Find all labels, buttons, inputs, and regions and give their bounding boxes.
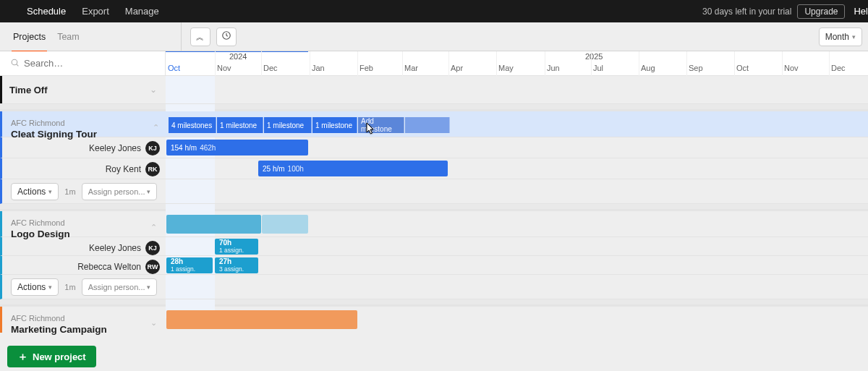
nav-schedule[interactable]: Schedule [19, 0, 74, 22]
nav-manage[interactable]: Manage [117, 0, 167, 22]
month-may-7[interactable]: May [498, 64, 514, 72]
milestone-add[interactable]: Add milestone [358, 117, 404, 133]
cleat-kj-name: Keeley Jones [89, 143, 141, 153]
nav-export[interactable]: Export [74, 0, 117, 22]
cleat-rk-name: Roy Kent [106, 164, 141, 174]
timeoff-caret-icon[interactable]: ⌄ [150, 85, 157, 95]
project-mkt-org: AFC Richmond [11, 314, 107, 323]
cleat-kj-avatar[interactable]: KJ [145, 141, 160, 155]
sub-bar: Projects Team ︽ Month [0, 22, 868, 51]
cleat-assign-select[interactable]: Assign person... [82, 183, 157, 200]
month-jun-8[interactable]: Jun [547, 64, 560, 72]
logo-mo: 1m [64, 283, 75, 291]
cleat-actions-button[interactable]: Actions [11, 183, 59, 200]
clock-icon [221, 30, 231, 43]
project-mkt-caret-icon[interactable]: ⌄ [150, 318, 157, 328]
help-link[interactable]: Hel [854, 6, 868, 17]
month-aug-10[interactable]: Aug [641, 64, 655, 72]
project-cleat-org: AFC Richmond [11, 119, 97, 127]
clock-button[interactable] [216, 27, 237, 46]
zoom-label: Month [825, 32, 849, 42]
logo-kj-bar[interactable]: 70h1 assign. [215, 239, 258, 255]
tab-projects[interactable]: Projects [7, 22, 51, 51]
month-jan-3[interactable]: Jan [312, 64, 325, 72]
month-mar-5[interactable]: Mar [404, 64, 418, 72]
project-marketing: AFC Richmond Marketing Campaign ⌄ [0, 304, 868, 333]
logo-rw-avatar[interactable]: RW [145, 260, 160, 274]
milestone-mar[interactable] [405, 117, 450, 133]
logo-assign-select[interactable]: Assign person... [82, 278, 157, 296]
search-row [0, 51, 165, 76]
chevron-down-icon [48, 283, 52, 291]
project-logo-caret-icon[interactable]: ⌃ [150, 223, 157, 232]
year-2024: 2024 [229, 52, 247, 61]
logo-header-bar-2[interactable] [262, 215, 308, 234]
cleat-kj-bar[interactable]: 154 h/m462h [166, 140, 308, 155]
logo-actions-button[interactable]: Actions [11, 278, 59, 296]
month-sep-11[interactable]: Sep [689, 64, 703, 72]
tab-team[interactable]: Team [51, 22, 85, 51]
top-bar: Schedule Export Manage 30 days left in y… [0, 0, 868, 22]
month-oct-12[interactable]: Oct [736, 64, 749, 72]
logo-kj-avatar[interactable]: KJ [145, 241, 160, 255]
cleat-rk-avatar[interactable]: RK [145, 162, 160, 176]
cleat-rk-bar[interactable]: 25 h/m100h [258, 161, 448, 176]
new-project-button[interactable]: ＋ New project [7, 346, 96, 367]
month-nov-13[interactable]: Nov [784, 64, 799, 72]
logo-rw-name: Rebecca Welton [77, 262, 141, 272]
month-oct-0[interactable]: Oct [168, 64, 180, 72]
timeline-header: 2024 2025 OctNovDecJanFebMarAprMayJunJul… [166, 51, 868, 76]
milestone-jan[interactable]: 1 milestone [312, 117, 357, 133]
month-apr-6[interactable]: Apr [451, 64, 463, 72]
month-jul-9[interactable]: Jul [593, 64, 603, 72]
chevrons-up-icon: ︽ [196, 34, 204, 40]
project-logo-org: AFC Richmond [11, 218, 70, 227]
upgrade-button[interactable]: Upgrade [797, 4, 845, 19]
project-mkt-name[interactable]: Marketing Campaign [11, 324, 107, 335]
timeoff-title: Time Off [9, 85, 48, 95]
search-icon [10, 58, 20, 69]
logo-kj-name: Keeley Jones [89, 243, 141, 253]
milestone-oct[interactable]: 4 milestones [169, 117, 216, 133]
mkt-header-bar[interactable] [166, 310, 357, 329]
logo-rw-bar-1[interactable]: 28h1 assign. [166, 257, 213, 273]
month-dec-2[interactable]: Dec [263, 64, 278, 72]
cleat-mo: 1m [64, 187, 75, 196]
month-nov-1[interactable]: Nov [217, 64, 231, 72]
chevron-down-icon [147, 283, 150, 291]
project-cleat-caret-icon[interactable]: ⌃ [153, 123, 159, 132]
month-feb-4[interactable]: Feb [359, 64, 373, 72]
search-input[interactable] [24, 58, 132, 69]
logo-header-bar-1[interactable] [166, 215, 261, 234]
month-dec-14[interactable]: Dec [831, 64, 846, 72]
project-logo: AFC Richmond Logo Design ⌃ Keeley Jones … [0, 209, 868, 299]
chevron-down-icon [48, 188, 52, 195]
svg-point-1 [12, 59, 17, 65]
logo-rw-bar-2[interactable]: 27h3 assign. [215, 257, 258, 273]
collapse-all-button[interactable]: ︽ [190, 27, 210, 46]
milestone-nov[interactable]: 1 milestone [217, 117, 263, 133]
chevron-down-icon [147, 188, 150, 195]
project-cleat: AFC Richmond Cleat Signing Tour ⌃ 4 mile… [0, 109, 868, 204]
chevron-down-icon [852, 33, 856, 40]
milestone-dec[interactable]: 1 milestone [264, 117, 312, 133]
zoom-select[interactable]: Month [819, 27, 862, 46]
trial-text: 30 days left in your trial [702, 7, 791, 17]
year-2025: 2025 [585, 52, 603, 61]
